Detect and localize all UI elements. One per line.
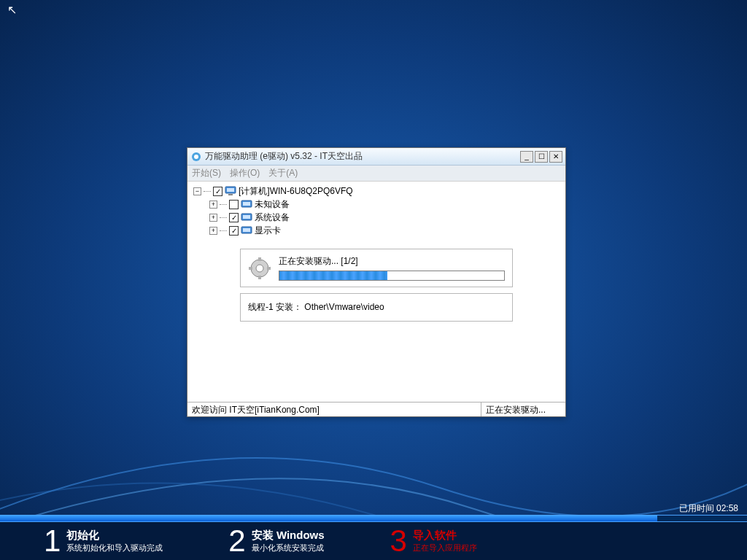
svg-rect-4 bbox=[228, 194, 233, 195]
tree-root[interactable]: − ✓ [计算机]WIN-6U8Q2PQ6VFQ bbox=[193, 184, 560, 198]
computer-icon bbox=[225, 185, 236, 197]
elapsed-time: 已用时间 02:58 bbox=[679, 502, 738, 515]
tree-node-label: 未知设备 bbox=[255, 198, 290, 211]
cursor-icon: ↖ bbox=[7, 3, 17, 17]
svg-rect-6 bbox=[243, 202, 250, 206]
expand-icon[interactable]: + bbox=[209, 201, 217, 209]
install-status-text: 正在安装驱动... [1/2] bbox=[279, 255, 505, 268]
step-number: 3 bbox=[390, 526, 407, 556]
svg-rect-16 bbox=[267, 267, 271, 270]
device-icon bbox=[241, 198, 252, 210]
tree-node-label: 显示卡 bbox=[255, 225, 281, 237]
tree-node[interactable]: +未知设备 bbox=[209, 198, 560, 211]
device-tree: − ✓ [计算机]WIN-6U8Q2PQ6VFQ +未知设备+✓系统设备+✓显示… bbox=[187, 182, 565, 240]
step-subtitle: 系统初始化和导入驱动完成 bbox=[66, 542, 163, 553]
menu-about[interactable]: 关于(A) bbox=[268, 167, 298, 179]
svg-rect-13 bbox=[258, 257, 261, 261]
svg-rect-8 bbox=[243, 215, 250, 219]
checkbox[interactable]: ✓ bbox=[229, 226, 239, 236]
svg-point-1 bbox=[194, 155, 198, 159]
step-subtitle: 正在导入应用程序 bbox=[413, 542, 477, 553]
window-title: 万能驱动助理 (e驱动) v5.32 - IT天空出品 bbox=[205, 150, 520, 163]
step-title: 安装 Windows bbox=[252, 529, 325, 542]
maximize-button[interactable]: ☐ bbox=[535, 151, 548, 163]
install-step: 3导入软件正在导入应用程序 bbox=[390, 526, 477, 556]
tree-node[interactable]: +✓显示卡 bbox=[209, 224, 560, 237]
step-number: 1 bbox=[44, 526, 61, 556]
svg-rect-14 bbox=[258, 276, 261, 279]
svg-rect-15 bbox=[249, 267, 252, 270]
installer-banner: 已用时间 02:58 1初始化系统初始化和导入驱动完成2安装 Windows最小… bbox=[0, 502, 747, 560]
step-number: 2 bbox=[228, 526, 245, 556]
expand-icon[interactable]: + bbox=[209, 214, 217, 222]
driver-assistant-window: 万能驱动助理 (e驱动) v5.32 - IT天空出品 _ ☐ ✕ 开始(S) … bbox=[187, 147, 566, 417]
install-step: 1初始化系统初始化和导入驱动完成 bbox=[44, 526, 163, 556]
checkbox[interactable] bbox=[229, 200, 239, 209]
svg-rect-3 bbox=[227, 188, 234, 192]
step-subtitle: 最小化系统安装完成 bbox=[252, 542, 325, 553]
install-steps: 1初始化系统初始化和导入驱动完成2安装 Windows最小化系统安装完成3导入软… bbox=[0, 522, 747, 560]
svg-point-12 bbox=[256, 265, 263, 272]
tree-root-label: [计算机]WIN-6U8Q2PQ6VFQ bbox=[239, 185, 353, 198]
install-progress-panel: 正在安装驱动... [1/2] bbox=[240, 249, 513, 287]
app-icon bbox=[190, 151, 202, 163]
expand-icon[interactable]: + bbox=[209, 227, 217, 235]
tree-node[interactable]: +✓系统设备 bbox=[209, 211, 560, 224]
svg-rect-10 bbox=[243, 228, 250, 232]
step-title: 导入软件 bbox=[413, 529, 477, 542]
device-icon bbox=[241, 211, 252, 223]
close-button[interactable]: ✕ bbox=[549, 151, 562, 163]
install-step: 2安装 Windows最小化系统安装完成 bbox=[228, 526, 324, 556]
thread-status-text: 线程-1 安装： Other\Vmware\video bbox=[248, 302, 384, 312]
thread-status-panel: 线程-1 安装： Other\Vmware\video bbox=[240, 293, 513, 322]
titlebar[interactable]: 万能驱动助理 (e驱动) v5.32 - IT天空出品 _ ☐ ✕ bbox=[187, 148, 565, 166]
install-progress-bar bbox=[279, 271, 505, 281]
overall-progress-bar bbox=[0, 515, 747, 522]
collapse-icon[interactable]: − bbox=[193, 187, 201, 195]
menu-operate[interactable]: 操作(O) bbox=[230, 167, 260, 179]
checkbox[interactable]: ✓ bbox=[229, 213, 239, 222]
menu-start[interactable]: 开始(S) bbox=[192, 167, 221, 179]
menubar: 开始(S) 操作(O) 关于(A) bbox=[187, 166, 565, 182]
status-right: 正在安装驱动... bbox=[481, 402, 565, 416]
statusbar: 欢迎访问 IT天空[iTianKong.Com] 正在安装驱动... bbox=[187, 402, 565, 416]
device-icon bbox=[241, 225, 252, 236]
checkbox[interactable]: ✓ bbox=[213, 187, 222, 196]
step-title: 初始化 bbox=[66, 529, 163, 542]
status-left: 欢迎访问 IT天空[iTianKong.Com] bbox=[187, 402, 481, 416]
tree-node-label: 系统设备 bbox=[255, 211, 290, 224]
minimize-button[interactable]: _ bbox=[520, 151, 533, 163]
gear-icon bbox=[248, 257, 271, 280]
